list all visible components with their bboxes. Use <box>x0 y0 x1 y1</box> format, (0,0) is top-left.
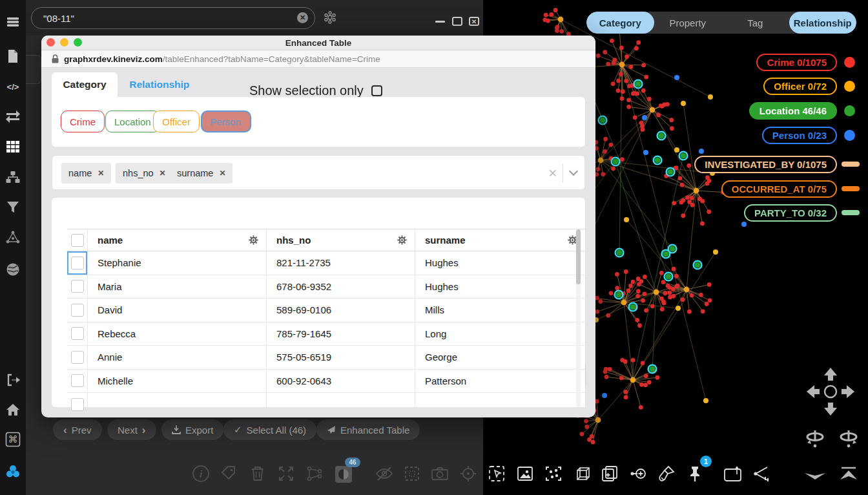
sign-out-icon[interactable] <box>5 372 21 388</box>
pill-location[interactable]: Location <box>105 111 160 132</box>
trash-icon[interactable] <box>249 465 267 483</box>
brush-icon[interactable] <box>657 465 676 483</box>
drawer-handle[interactable] <box>26 55 41 84</box>
row-checkbox[interactable] <box>71 280 84 293</box>
sitemap-icon[interactable] <box>5 169 21 185</box>
badge-person[interactable]: Person 0/23 <box>762 127 837 144</box>
kineviz-logo-icon[interactable] <box>5 464 21 479</box>
tag-icon[interactable] <box>220 465 238 483</box>
modal-titlebar[interactable]: Enhanced Table <box>41 36 595 50</box>
column-gear-icon[interactable] <box>249 235 258 245</box>
row-checkbox[interactable] <box>71 374 84 387</box>
remove-chip-icon[interactable]: ✕ <box>98 169 104 178</box>
menu-icon[interactable] <box>5 14 21 30</box>
add-document-icon[interactable] <box>601 465 619 483</box>
file-icon[interactable] <box>5 48 21 64</box>
column-gear-icon[interactable] <box>397 235 407 245</box>
tab-property[interactable]: Property <box>654 12 722 34</box>
chevron-down-icon[interactable] <box>569 167 578 176</box>
lasso-select-icon[interactable] <box>488 465 506 483</box>
tab-tag[interactable]: Tag <box>721 12 789 34</box>
clear-search-icon[interactable]: ✕ <box>297 12 308 23</box>
table-row[interactable]: Maria 678-06-9352 Hughes <box>67 275 585 299</box>
occurred-at-color-bar[interactable] <box>842 186 860 191</box>
row-checkbox[interactable] <box>71 257 84 269</box>
column-filter-select[interactable]: name✕ nhs_no✕ surname✕ ✕ <box>52 155 585 190</box>
enhanced-table-button[interactable]: Enhanced Table <box>316 419 420 440</box>
table-icon[interactable] <box>5 139 21 154</box>
add-node-icon[interactable] <box>629 465 647 483</box>
badge-crime[interactable]: Crime 0/1075 <box>756 54 837 71</box>
remove-chip-icon[interactable]: ✕ <box>160 169 166 178</box>
expand-icon[interactable] <box>277 465 295 483</box>
scrollbar-thumb[interactable] <box>576 229 581 284</box>
table-row[interactable]: Michelle 600-92-0643 Patterson <box>67 370 585 394</box>
modal-tab-relationship[interactable]: Relationship <box>118 72 202 97</box>
row-checkbox[interactable] <box>71 327 84 340</box>
chip-surname[interactable]: surname✕ <box>170 163 232 184</box>
export-button[interactable]: Export <box>161 419 223 440</box>
select-all-button[interactable]: ✓Select All (46) <box>223 419 316 440</box>
scatter-select-icon[interactable] <box>544 465 563 483</box>
badge-location[interactable]: Location 46/46 <box>749 102 837 120</box>
minimize-button[interactable] <box>435 21 445 23</box>
header-checkbox[interactable] <box>71 234 84 247</box>
crime-color-dot[interactable] <box>844 57 855 68</box>
image-icon[interactable] <box>516 465 534 483</box>
cube-icon[interactable] <box>573 465 591 483</box>
filter-icon[interactable] <box>5 200 21 215</box>
party-to-color-bar[interactable] <box>842 210 860 215</box>
remove-chip-icon[interactable]: ✕ <box>219 169 225 178</box>
modal-url-bar[interactable]: graphxrdev.kineviz.com/tableEnhanced?tab… <box>41 50 595 68</box>
marquee-select-icon[interactable] <box>403 465 421 483</box>
row-checkbox[interactable] <box>71 304 84 317</box>
pill-officer[interactable]: Officer <box>153 111 200 132</box>
chip-nhs-no[interactable]: nhs_no✕ <box>116 163 173 184</box>
table-row[interactable]: Stephanie 821-11-2735 Hughes <box>67 251 585 275</box>
person-color-dot[interactable] <box>844 130 855 141</box>
info-icon[interactable]: i <box>192 465 210 483</box>
table-row-partial[interactable] <box>67 393 585 407</box>
officer-color-dot[interactable] <box>844 81 855 92</box>
row-checkbox[interactable] <box>71 398 84 411</box>
tab-relationship[interactable]: Relationship <box>789 12 857 34</box>
next-button[interactable]: Next› <box>107 419 156 440</box>
tilt-down-icon[interactable] <box>803 469 827 481</box>
code-icon[interactable]: </> <box>5 79 21 94</box>
location-color-dot[interactable] <box>844 105 855 116</box>
search-input[interactable]: "08-11" <box>31 7 315 29</box>
badge-officer[interactable]: Officer 0/72 <box>763 78 837 95</box>
clear-all-chips-icon[interactable]: ✕ <box>548 167 557 180</box>
badge-party-to[interactable]: PARTY_TO 0/32 <box>744 204 837 222</box>
rotate-right-icon[interactable] <box>837 429 860 450</box>
tablet-pen-icon[interactable] <box>723 465 741 483</box>
table-row[interactable]: Annie 575-05-6519 George <box>67 346 585 370</box>
show-selection-checkbox[interactable] <box>371 85 382 96</box>
chip-name[interactable]: name✕ <box>61 163 111 184</box>
camera-icon[interactable] <box>431 465 449 483</box>
badge-investigated-by[interactable]: INVESTIGATED_BY 0/1075 <box>694 156 837 173</box>
eye-off-icon[interactable] <box>375 465 393 483</box>
globe-icon[interactable] <box>5 262 21 277</box>
home-icon[interactable] <box>5 402 21 417</box>
row-checkbox[interactable] <box>71 351 84 364</box>
pill-person[interactable]: Person <box>201 111 251 132</box>
swap-arrows-icon[interactable] <box>5 109 21 125</box>
modal-tab-category[interactable]: Category <box>52 72 118 97</box>
maximize-button[interactable] <box>452 17 462 26</box>
tilt-up-icon[interactable] <box>836 467 861 481</box>
graph-branch-icon[interactable] <box>305 465 324 483</box>
investigated-by-color-bar[interactable] <box>842 162 860 167</box>
contrast-square-icon[interactable] <box>334 465 352 483</box>
table-row[interactable]: Rebecca 785-79-1645 Long <box>67 322 585 346</box>
tab-category[interactable]: Category <box>586 12 654 34</box>
network-icon[interactable] <box>5 229 21 245</box>
pin-icon[interactable] <box>686 465 704 483</box>
table-row[interactable]: David 589-69-0106 Mills <box>67 299 585 322</box>
pill-crime[interactable]: Crime <box>61 111 105 132</box>
rotate-left-icon[interactable] <box>803 429 827 450</box>
target-icon[interactable] <box>459 465 477 483</box>
split-edge-icon[interactable] <box>752 465 770 483</box>
settings-flower-icon[interactable] <box>323 10 337 25</box>
table-scrollbar[interactable] <box>576 229 581 407</box>
